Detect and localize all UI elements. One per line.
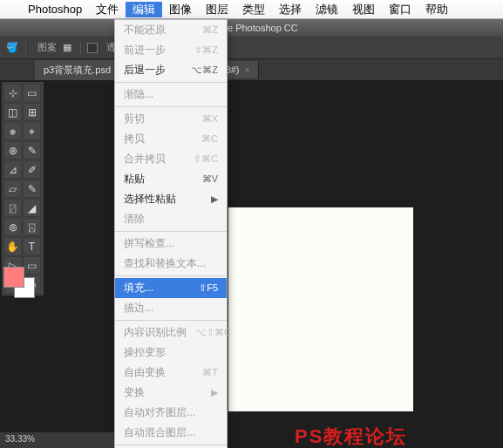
tool-button[interactable]: ⎈ bbox=[3, 122, 22, 140]
menu-separator bbox=[115, 82, 227, 83]
menu-item-shortcut: ⌘T bbox=[202, 367, 218, 378]
pattern-label: 图案 bbox=[37, 41, 57, 54]
menu-item-label: 内容识别比例 bbox=[124, 325, 187, 340]
menu-item-label: 渐隐... bbox=[124, 87, 153, 102]
bucket-tool-icon[interactable]: 🪣 bbox=[5, 41, 19, 55]
close-icon[interactable]: × bbox=[245, 65, 250, 75]
menu-item-label: 选择性粘贴 bbox=[124, 192, 176, 207]
menu-item-label: 自动对齐图层... bbox=[124, 405, 195, 420]
menu-item-label: 拷贝 bbox=[124, 132, 145, 146]
menu-separator bbox=[115, 320, 227, 321]
menu-select[interactable]: 选择 bbox=[272, 2, 309, 17]
menu-item-shortcut: ⇧⌘C bbox=[194, 153, 218, 165]
menu-item-label: 清除 bbox=[124, 212, 145, 227]
transparent-checkbox[interactable] bbox=[87, 43, 98, 53]
menu-item[interactable]: 后退一步⌥⌘Z bbox=[115, 60, 227, 80]
tool-button[interactable]: ⊚ bbox=[3, 218, 22, 236]
menu-item-label: 描边... bbox=[124, 301, 153, 316]
menu-item-shortcut: ⌘X bbox=[202, 113, 218, 125]
menu-separator bbox=[115, 106, 227, 107]
document-tabbar: p3背景填充.psd × .jpg @ 33.3%(RGB/8#) × bbox=[0, 59, 503, 80]
menu-separator bbox=[115, 275, 227, 276]
menu-item: 变换▶ bbox=[115, 383, 227, 403]
menu-item: 剪切⌘X bbox=[115, 109, 227, 129]
window-titlebar: Adobe Photoshop CC bbox=[0, 19, 503, 37]
menu-item-label: 合并拷贝 bbox=[124, 152, 166, 166]
tool-button[interactable]: ⌖ bbox=[23, 122, 41, 140]
menu-item-shortcut: ▶ bbox=[211, 193, 218, 205]
tool-button[interactable]: ✐ bbox=[23, 160, 41, 179]
menu-item-label: 自由变换 bbox=[124, 365, 166, 380]
menu-file[interactable]: 文件 bbox=[89, 2, 126, 17]
tool-button[interactable]: ✎ bbox=[23, 180, 41, 198]
menu-item: 自动对齐图层... bbox=[115, 403, 227, 423]
menu-item-shortcut: ⇧F5 bbox=[199, 282, 218, 294]
menu-item: 内容识别比例⌥⇧⌘C bbox=[115, 322, 227, 343]
menu-image[interactable]: 图像 bbox=[162, 2, 199, 17]
menu-item: 前进一步⇧⌘Z bbox=[115, 40, 227, 60]
menu-item: 不能还原⌘Z bbox=[115, 20, 227, 40]
tool-button[interactable]: ⍓ bbox=[23, 218, 41, 236]
tool-button[interactable]: ✋ bbox=[3, 237, 22, 255]
zoom-level: 33.33% bbox=[5, 434, 35, 444]
options-bar: 🪣 图案 ▦ 透明 使用图案 bbox=[0, 37, 503, 59]
menu-item-label: 查找和替换文本... bbox=[124, 256, 206, 271]
tool-button[interactable]: ▭ bbox=[23, 256, 41, 275]
menu-item: 描边... bbox=[115, 298, 227, 318]
menu-item-label: 操控变形 bbox=[124, 345, 166, 360]
menu-view[interactable]: 视图 bbox=[345, 2, 382, 17]
system-menubar: Photoshop 文件 编辑 图像 图层 类型 选择 滤镜 视图 窗口 帮助 bbox=[0, 0, 503, 19]
menu-item-label: 前进一步 bbox=[124, 43, 166, 58]
tool-button[interactable]: ▱ bbox=[3, 180, 22, 198]
menu-separator bbox=[115, 445, 227, 445]
tool-button[interactable]: ◢ bbox=[23, 199, 41, 217]
menu-item-label: 自动混合图层... bbox=[124, 425, 195, 440]
menu-type[interactable]: 类型 bbox=[235, 2, 272, 17]
tool-button[interactable]: ▭ bbox=[23, 84, 41, 102]
menu-item-shortcut: ⌘C bbox=[201, 133, 218, 145]
menu-filter[interactable]: 滤镜 bbox=[309, 2, 345, 17]
document-canvas[interactable] bbox=[228, 207, 413, 411]
menu-help[interactable]: 帮助 bbox=[418, 2, 455, 17]
menu-item-label: 剪切 bbox=[124, 112, 145, 126]
tool-button[interactable]: ⊿ bbox=[3, 160, 22, 179]
foreground-color-swatch[interactable] bbox=[3, 267, 24, 288]
menu-item-shortcut: ⌘V bbox=[202, 173, 218, 185]
menu-item-label: 拼写检查... bbox=[124, 236, 174, 251]
menu-item: 拷贝⌘C bbox=[115, 129, 227, 149]
menu-item: 渐隐... bbox=[115, 85, 227, 105]
menu-item-label: 后退一步 bbox=[124, 63, 166, 78]
menu-item[interactable]: 粘贴⌘V bbox=[115, 169, 227, 189]
tool-button[interactable]: ✎ bbox=[23, 141, 41, 160]
app-name[interactable]: Photoshop bbox=[21, 3, 89, 16]
menu-item-shortcut: ⇧⌘Z bbox=[194, 44, 218, 56]
watermark-title: PS教程论坛 bbox=[295, 424, 407, 448]
menu-separator bbox=[115, 231, 227, 232]
menu-item-label: 填充... bbox=[124, 281, 153, 295]
menu-item-shortcut: ⌥⌘Z bbox=[191, 64, 218, 76]
menu-window[interactable]: 窗口 bbox=[382, 2, 418, 17]
status-bar: 33.33% bbox=[0, 432, 115, 448]
menu-item[interactable]: 填充...⇧F5 bbox=[115, 278, 227, 298]
menu-item: 清除 bbox=[115, 209, 227, 229]
menu-item-label: 不能还原 bbox=[124, 23, 166, 37]
menu-item[interactable]: 选择性粘贴▶ bbox=[115, 189, 227, 209]
menu-item-shortcut: ⌥⇧⌘C bbox=[195, 327, 231, 338]
menu-item: 操控变形 bbox=[115, 343, 227, 363]
tool-button[interactable]: ◫ bbox=[3, 103, 22, 121]
tool-button[interactable]: ⊞ bbox=[23, 103, 41, 121]
menu-edit[interactable]: 编辑 bbox=[126, 2, 162, 17]
menu-item: 自由变换⌘T bbox=[115, 363, 227, 383]
tool-button[interactable]: ⊛ bbox=[3, 141, 22, 160]
menu-layer[interactable]: 图层 bbox=[199, 2, 235, 17]
tool-button[interactable]: T bbox=[23, 237, 41, 255]
menu-item: 合并拷贝⇧⌘C bbox=[115, 149, 227, 169]
pattern-swatch-icon[interactable]: ▦ bbox=[60, 41, 74, 55]
tab-label: p3背景填充.psd bbox=[44, 64, 111, 77]
menu-item: 拼写检查... bbox=[115, 234, 227, 254]
tool-button[interactable]: ⍁ bbox=[3, 199, 22, 217]
menu-item: 自动混合图层... bbox=[115, 423, 227, 443]
menu-item: 查找和替换文本... bbox=[115, 254, 227, 274]
menu-item-shortcut: ⌘Z bbox=[202, 24, 218, 36]
tool-button[interactable]: ⊹ bbox=[3, 84, 22, 102]
